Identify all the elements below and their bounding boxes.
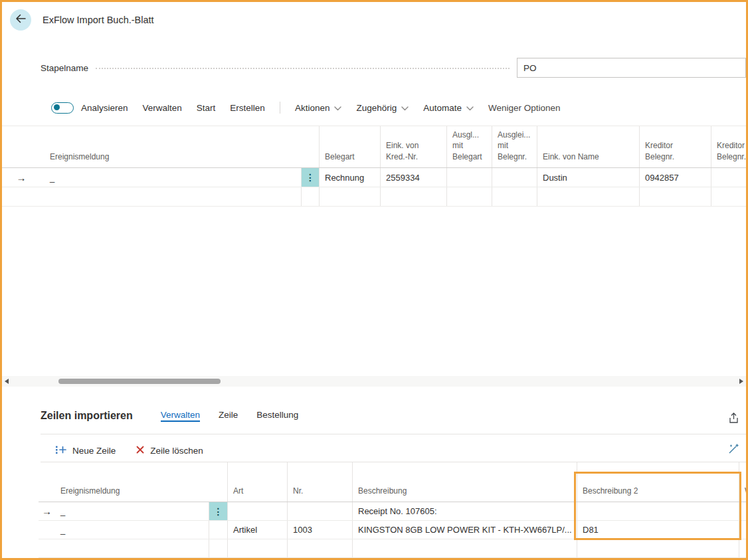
cell-eink-von-kred-nr[interactable] [380, 187, 446, 206]
column-header-kreditor-belegnr-2[interactable]: Kreditor Belegnr. 2 [711, 126, 746, 167]
cell-w[interactable] [739, 521, 748, 539]
zugehoerig-menu[interactable]: Zugehörig [356, 103, 409, 113]
column-header-art[interactable]: Art [227, 462, 287, 502]
cell-eink-von-name[interactable] [537, 187, 639, 206]
row-options-button[interactable] [209, 521, 227, 539]
dotted-leader [96, 60, 510, 69]
column-header-eink-von-name[interactable]: Eink. von Name [537, 126, 639, 167]
cell-eink-von-kred-nr[interactable]: 2559334 [380, 168, 446, 187]
column-header-nr[interactable]: Nr. [287, 462, 352, 502]
row-options-button[interactable]: ⋮ [209, 502, 227, 520]
row-options-button[interactable]: ⋮ [301, 168, 319, 187]
weniger-optionen-button[interactable]: Weniger Optionen [488, 103, 561, 113]
analyze-toggle-label: Analysieren [81, 103, 128, 113]
wand-button[interactable] [728, 443, 739, 456]
column-header-belegart[interactable]: Belegart [319, 126, 380, 167]
cell-nr[interactable] [287, 502, 352, 520]
delete-line-button[interactable]: Zeile löschen [136, 445, 203, 456]
table-row: → _ ⋮ Rechnung 2559334 Dustin 0942857 [2, 168, 746, 187]
new-line-button[interactable]: Neue Zeile [55, 444, 116, 457]
delete-x-icon [136, 445, 145, 456]
lines-part-title: Zeilen importieren [41, 410, 133, 424]
column-header-eink-von-kred-nr[interactable]: Eink. von Kred.-Nr. [380, 126, 446, 167]
automate-menu[interactable]: Automate [423, 103, 474, 113]
tab-verwalten[interactable]: Verwalten [161, 410, 200, 422]
cell-nr[interactable] [287, 539, 352, 557]
cell-kreditor-belegnr-2[interactable] [711, 187, 746, 206]
analyze-toggle[interactable]: Analysieren [51, 102, 128, 114]
start-action[interactable]: Start [197, 103, 216, 113]
column-header-beschreibung-2[interactable]: Beschreibung 2 [577, 462, 739, 502]
cell-beschreibung-2[interactable] [577, 502, 739, 520]
row-selector[interactable] [39, 539, 55, 557]
cell-beschreibung-2[interactable]: D81 [577, 521, 739, 539]
cell-beschreibung[interactable] [352, 539, 577, 557]
row-selector[interactable] [39, 521, 55, 539]
cell-w[interactable] [739, 539, 748, 557]
column-header-options [301, 126, 319, 167]
tab-zeile[interactable]: Zeile [219, 410, 238, 422]
column-header-kreditor-belegnr[interactable]: Kreditor Belegnr. [639, 126, 711, 167]
automate-label: Automate [423, 103, 462, 113]
cell-ausgl-mit-belegart[interactable] [446, 187, 492, 206]
zugehoerig-label: Zugehörig [356, 103, 397, 113]
row-selector[interactable] [2, 187, 41, 206]
divider [41, 434, 746, 434]
cell-ausgl-mit-belegnr[interactable] [492, 187, 537, 206]
wand-sparkle-icon [728, 446, 739, 456]
aktionen-menu[interactable]: Aktionen [295, 103, 342, 113]
table-row: → _ ⋮ Receipt No. 107605: [39, 502, 746, 521]
batch-name-input[interactable] [517, 58, 746, 78]
row-selector[interactable]: → [2, 168, 41, 187]
cell-nr[interactable]: 1003 [287, 521, 352, 539]
cell-ereignismeldung[interactable]: _ [41, 168, 301, 187]
cell-ereignismeldung[interactable] [41, 187, 301, 206]
scroll-right-arrow-icon[interactable] [739, 379, 743, 384]
column-header-beschreibung[interactable]: Beschreibung [352, 462, 577, 502]
column-header-options [209, 462, 227, 502]
cell-art[interactable]: Artikel [227, 521, 287, 539]
row-selector[interactable]: → [39, 502, 55, 520]
cell-art[interactable] [227, 539, 287, 557]
scrollbar-thumb[interactable] [58, 379, 221, 384]
back-button[interactable] [10, 9, 31, 31]
cell-kreditor-belegnr[interactable] [639, 187, 711, 206]
cell-w[interactable] [739, 502, 748, 520]
ellipsis-icon: ⋮ [214, 506, 223, 517]
tab-bestellung[interactable]: Bestellung [256, 410, 298, 422]
cell-belegart[interactable] [319, 187, 380, 206]
exflow-import-page: ExFlow Import Buch.-Blatt Stapelname Ana… [0, 0, 748, 560]
cell-kreditor-belegnr-2[interactable] [711, 168, 746, 187]
row-options-button[interactable] [301, 187, 319, 206]
erstellen-action[interactable]: Erstellen [230, 103, 265, 113]
lines-part-tabs: Verwalten Zeile Bestellung [161, 410, 299, 424]
cell-beschreibung-2[interactable] [577, 539, 739, 557]
column-header-ereignismeldung[interactable]: Ereignismeldung [41, 126, 301, 167]
cell-ereignismeldung[interactable]: _ [55, 521, 209, 539]
chevron-down-icon [401, 103, 409, 113]
cell-eink-von-name[interactable]: Dustin [537, 168, 639, 187]
top-bar: ExFlow Import Buch.-Blatt [10, 9, 154, 31]
horizontal-scrollbar[interactable] [2, 376, 746, 387]
delete-line-label: Zeile löschen [150, 446, 203, 456]
verwalten-menu[interactable]: Verwalten [143, 103, 182, 113]
row-options-button[interactable] [209, 539, 227, 557]
cell-beschreibung[interactable]: Receipt No. 107605: [352, 502, 577, 520]
cell-ausgl-mit-belegnr[interactable] [492, 168, 537, 187]
column-header-ereignismeldung[interactable]: Ereignismeldung [55, 462, 209, 502]
column-header-ausgl-mit-belegart[interactable]: Ausgl... mit Belegart [446, 126, 492, 167]
column-header-w[interactable]: W [739, 462, 748, 502]
cell-belegart[interactable]: Rechnung [319, 168, 380, 187]
column-header-ausgl-mit-belegnr[interactable]: Ausglei... mit Belegnr. [492, 126, 537, 167]
command-bar: Analysieren Verwalten Start Erstellen Ak… [51, 98, 561, 118]
lines-table-header: Ereignismeldung Art Nr. Beschreibung Bes… [39, 462, 746, 502]
cell-ereignismeldung[interactable] [55, 539, 209, 557]
toggle-switch-icon[interactable] [51, 102, 74, 114]
scroll-left-arrow-icon[interactable] [5, 379, 9, 384]
cell-ausgl-mit-belegart[interactable] [446, 168, 492, 187]
cell-kreditor-belegnr[interactable]: 0942857 [639, 168, 711, 187]
cell-ereignismeldung[interactable]: _ [55, 502, 209, 520]
cell-beschreibung[interactable]: KINGSTON 8GB LOW POWER KIT - KTH-XW667LP… [352, 521, 577, 539]
share-button[interactable] [728, 413, 739, 426]
cell-art[interactable] [227, 502, 287, 520]
